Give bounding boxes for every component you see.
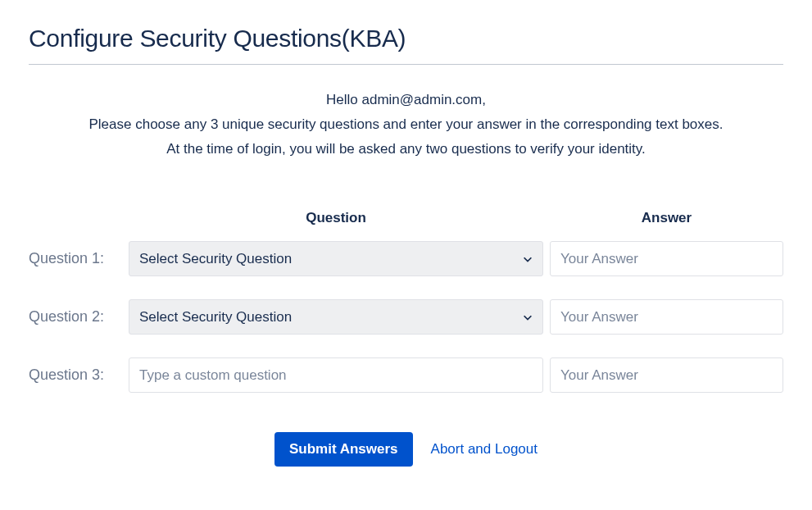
intro-text: Hello admin@admin.com, Please choose any… (29, 88, 783, 161)
page-title: Configure Security Questions(KBA) (29, 25, 783, 65)
question-3-custom-input[interactable] (129, 357, 543, 393)
question-row-2: Question 2: Select Security Question (29, 299, 783, 335)
column-headers: Question Answer (29, 210, 783, 226)
action-bar: Submit Answers Abort and Logout (29, 432, 783, 467)
question-2-label: Question 2: (29, 308, 129, 326)
question-1-label: Question 1: (29, 250, 129, 267)
abort-logout-link[interactable]: Abort and Logout (431, 441, 538, 458)
answer-3-input[interactable] (550, 357, 783, 393)
question-row-1: Question 1: Select Security Question (29, 241, 783, 276)
question-row-3: Question 3: (29, 357, 783, 393)
question-3-label: Question 3: (29, 367, 129, 384)
answer-1-input[interactable] (550, 241, 783, 276)
greeting-text: Hello admin@admin.com, (29, 88, 783, 112)
question-2-select[interactable]: Select Security Question (129, 299, 543, 335)
instruction-line-2: At the time of login, you will be asked … (29, 137, 783, 162)
instruction-line-1: Please choose any 3 unique security ques… (29, 112, 783, 137)
answer-column-header: Answer (550, 210, 783, 226)
submit-answers-button[interactable]: Submit Answers (274, 432, 413, 467)
answer-2-input[interactable] (550, 299, 783, 335)
question-column-header: Question (129, 210, 543, 226)
question-1-select[interactable]: Select Security Question (129, 241, 543, 276)
